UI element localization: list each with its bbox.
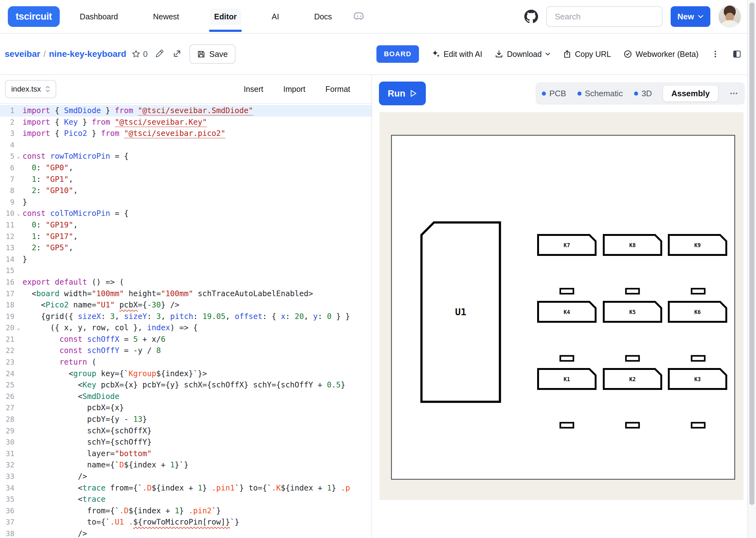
code-line-text[interactable]: <trace: [23, 494, 106, 505]
code-line-14[interactable]: 14}: [0, 254, 372, 265]
code-line-text[interactable]: <Key pcbX={x} pcbY={y} schX={schOffX} sc…: [23, 379, 350, 391]
code-line-text[interactable]: export default () => (: [23, 277, 124, 288]
edit-with-ai-button[interactable]: Edit with AI: [432, 50, 483, 59]
file-select[interactable]: index.tsx: [5, 80, 56, 98]
assembly-diode[interactable]: [560, 423, 573, 428]
code-editor[interactable]: 1import { SmdDiode } from "@tsci/seveiba…: [0, 104, 372, 538]
assembly-canvas[interactable]: U1K7K8K9K4K5K6K1K2K3: [379, 112, 743, 500]
insert-button[interactable]: Insert: [244, 85, 263, 94]
code-line-text[interactable]: pcbX={x}: [23, 402, 124, 414]
code-line-text[interactable]: 2: "GP10",: [23, 185, 78, 196]
code-line-34[interactable]: 34 <trace from={`.D${index + 1} .pin1`} …: [0, 482, 372, 494]
code-line-text[interactable]: import { Pico2 } from "@tsci/seveibar.pi…: [23, 128, 225, 139]
save-button[interactable]: Save: [190, 44, 235, 64]
code-line-text[interactable]: const schOffY = -y / 8: [23, 345, 161, 356]
webworker-toggle[interactable]: Webworker (Beta): [623, 50, 698, 59]
assembly-diode[interactable]: [626, 356, 639, 361]
kebab-menu-icon[interactable]: [711, 50, 720, 58]
code-line-12[interactable]: 12 1: "GP17",: [0, 231, 372, 242]
code-line-text[interactable]: <SmdDiode: [23, 391, 119, 403]
code-line-17[interactable]: 17 <board width="100mm" height="100mm" s…: [0, 288, 372, 299]
breadcrumb-project[interactable]: nine-key-keyboard: [49, 49, 126, 59]
code-line-26[interactable]: 26 <SmdDiode: [0, 391, 372, 403]
code-line-text[interactable]: pcbY={y - 13}: [23, 414, 147, 425]
download-button[interactable]: Download: [494, 50, 550, 59]
edit-pencil-icon[interactable]: [155, 49, 164, 59]
assembly-diode[interactable]: [560, 356, 573, 361]
code-line-24[interactable]: 24 <group key={`Kgroup${index}`}>: [0, 368, 372, 380]
code-line-text[interactable]: from={`.D${index + 1} .pin2`}: [23, 505, 221, 517]
assembly-diode[interactable]: [560, 289, 573, 294]
code-line-9[interactable]: 9}: [0, 196, 372, 208]
code-line-10[interactable]: 10⌄const colToMicroPin = {: [0, 208, 372, 219]
code-line-20[interactable]: 20⌄ ({ x, y, row, col }, index) => {: [0, 322, 372, 334]
run-button[interactable]: Run: [379, 81, 426, 105]
format-button[interactable]: Format: [325, 85, 350, 94]
board-badge[interactable]: BOARD: [377, 45, 419, 63]
code-line-text[interactable]: to={`.U1 .${rowToMicroPin[row]}`}: [23, 516, 239, 528]
tab-assembly[interactable]: Assembly: [663, 85, 718, 102]
github-icon[interactable]: [524, 10, 538, 24]
code-line-18[interactable]: 18 <Pico2 name="U1" pcbX={-30} />: [0, 299, 372, 311]
tabs-overflow-icon[interactable]: [729, 89, 738, 98]
code-line-31[interactable]: 31 layer="bottom": [0, 448, 372, 459]
code-line-text[interactable]: 0: "GP19",: [23, 219, 78, 231]
code-line-21[interactable]: 21 const schOffX = 5 + x/6: [0, 334, 372, 345]
new-button[interactable]: New: [670, 6, 710, 27]
tscircuit-logo[interactable]: tscircuit: [8, 6, 60, 27]
code-line-text[interactable]: 0: "GP0",: [23, 162, 73, 174]
code-line-text[interactable]: <Pico2 name="U1" pcbX={-30} />: [23, 299, 179, 311]
code-line-4[interactable]: 4: [0, 139, 372, 151]
scrollbar-thumb[interactable]: [749, 3, 754, 505]
code-line-text[interactable]: <group key={`Kgroup${index}`}>: [23, 368, 207, 380]
code-line-text[interactable]: import { SmdDiode } from "@tsci/seveibar…: [23, 105, 253, 117]
page-scrollbar[interactable]: [747, 0, 756, 538]
assembly-diode[interactable]: [692, 289, 705, 294]
code-line-text[interactable]: 1: "GP17",: [23, 231, 78, 242]
code-line-6[interactable]: 6 0: "GP0",: [0, 162, 372, 174]
breadcrumb-owner[interactable]: seveibar: [5, 49, 40, 59]
code-line-text[interactable]: import { Key } from "@tsci/seveibar.Key": [23, 117, 207, 128]
copy-url-button[interactable]: Copy URL: [563, 50, 611, 59]
code-line-text[interactable]: layer="bottom": [23, 448, 152, 459]
code-line-28[interactable]: 28 pcbY={y - 13}: [0, 414, 372, 425]
code-line-1[interactable]: 1import { SmdDiode } from "@tsci/seveiba…: [0, 105, 372, 117]
star-group[interactable]: 0: [131, 49, 147, 59]
fold-arrow-icon[interactable]: ⌄: [14, 322, 23, 334]
code-line-25[interactable]: 25 <Key pcbX={x} pcbY={y} schX={schOffX}…: [0, 379, 372, 391]
nav-link-dashboard[interactable]: Dashboard: [75, 8, 122, 25]
code-line-text[interactable]: schX={schOffX}: [23, 425, 152, 437]
code-line-3[interactable]: 3import { Pico2 } from "@tsci/seveibar.p…: [0, 128, 372, 139]
tab-3d[interactable]: 3D: [634, 89, 652, 98]
code-line-text[interactable]: {grid({ sizeX: 3, sizeY: 3, pitch: 19.05…: [23, 311, 350, 322]
code-line-text[interactable]: const colToMicroPin = {: [23, 208, 129, 219]
code-line-38[interactable]: 38 />: [0, 528, 372, 538]
assembly-diode[interactable]: [626, 423, 639, 428]
fold-arrow-icon[interactable]: ⌄: [14, 208, 23, 219]
code-line-text[interactable]: const schOffX = 5 + x/6: [23, 334, 165, 345]
code-line-text[interactable]: schY={schOffY}: [23, 436, 152, 448]
code-line-19[interactable]: 19 {grid({ sizeX: 3, sizeY: 3, pitch: 19…: [0, 311, 372, 322]
code-line-text[interactable]: }: [23, 254, 27, 265]
code-line-35[interactable]: 35 <trace: [0, 494, 372, 505]
nav-link-docs[interactable]: Docs: [310, 8, 336, 25]
code-line-8[interactable]: 8 2: "GP10",: [0, 185, 372, 196]
code-line-text[interactable]: />: [23, 528, 87, 538]
assembly-diode[interactable]: [692, 356, 705, 361]
code-line-13[interactable]: 13 2: "GP5",: [0, 242, 372, 254]
tab-pcb[interactable]: PCB: [542, 89, 566, 98]
avatar[interactable]: [719, 5, 741, 28]
discord-icon[interactable]: [353, 10, 366, 23]
code-line-text[interactable]: ({ x, y, row, col }, index) => {: [23, 322, 198, 334]
fold-arrow-icon[interactable]: ⌄: [14, 151, 23, 162]
code-line-29[interactable]: 29 schX={schOffX}: [0, 425, 372, 437]
nav-link-ai[interactable]: AI: [267, 8, 284, 25]
code-line-32[interactable]: 32 name={`D${index + 1}`}: [0, 459, 372, 471]
nav-link-newest[interactable]: Newest: [148, 8, 183, 25]
search-input[interactable]: [546, 6, 663, 27]
tab-schematic[interactable]: Schematic: [577, 89, 623, 98]
code-line-22[interactable]: 22 const schOffY = -y / 8: [0, 345, 372, 356]
code-line-text[interactable]: name={`D${index + 1}`}: [23, 459, 189, 471]
assembly-diode[interactable]: [692, 423, 705, 428]
code-line-text[interactable]: />: [23, 471, 87, 482]
